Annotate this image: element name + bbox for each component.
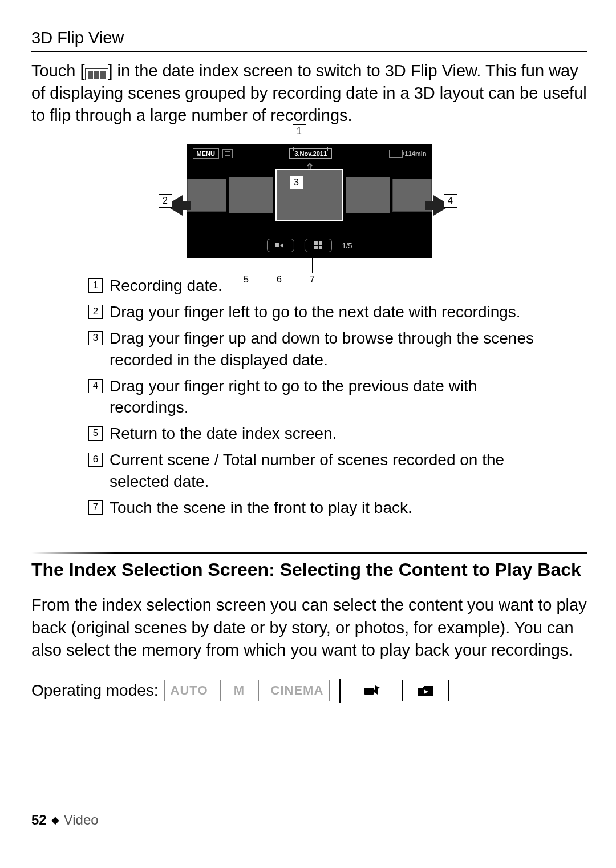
page-number: 52 <box>31 812 47 828</box>
menu-label: MENU <box>193 148 219 159</box>
gradient-rule <box>31 552 587 554</box>
chapter-name: Video <box>64 812 99 828</box>
section2-body: From the index selection screen you can … <box>31 594 587 661</box>
page-footer: 52 ◆ Video <box>31 812 99 828</box>
callout-1: 1 <box>293 124 306 138</box>
footer-diamond-icon: ◆ <box>51 814 59 826</box>
mode-m: M <box>220 680 259 701</box>
operating-modes-label: Operating modes: <box>31 681 159 700</box>
legend-text: Touch the scene in the front to play it … <box>110 497 412 519</box>
mode-separator <box>339 679 341 703</box>
thumb-far-left <box>187 179 227 212</box>
svg-rect-1 <box>314 241 317 245</box>
svg-rect-5 <box>364 688 374 695</box>
thumb-left <box>229 177 273 213</box>
svg-rect-2 <box>318 241 322 245</box>
legend-num: 7 <box>88 500 103 515</box>
legend-text: Drag your finger left to go to the next … <box>110 301 521 323</box>
rule <box>31 51 587 52</box>
return-index-button <box>266 239 294 252</box>
thumb-front <box>275 169 343 221</box>
svg-rect-0 <box>275 243 278 247</box>
intro-paragraph: Touch [] in the date index screen to swi… <box>31 60 587 127</box>
legend-text: Recording date. <box>110 275 222 297</box>
callout-6: 6 <box>273 273 286 286</box>
legend-text: Drag your finger right to go to the prev… <box>110 376 559 419</box>
grid-button <box>304 239 331 252</box>
scene-counter: 1/5 <box>342 241 352 250</box>
mode-playback-icon <box>402 680 449 701</box>
legend-num: 2 <box>88 305 103 319</box>
legend-num: 3 <box>88 331 103 345</box>
legend-num: 1 <box>88 278 103 293</box>
svg-rect-4 <box>318 246 322 249</box>
mode-camera-play-icon <box>350 680 396 701</box>
legend-text: Current scene / Total number of scenes r… <box>110 449 559 492</box>
legend-text: Return to the date index screen. <box>110 423 337 445</box>
legend-num: 6 <box>88 453 103 467</box>
svg-rect-3 <box>314 246 317 249</box>
mode-cinema: CINEMA <box>265 680 330 701</box>
battery-indicator: 114min <box>389 150 427 158</box>
legend: 1Recording date. 2Drag your finger left … <box>88 275 559 518</box>
legend-num: 4 <box>88 379 103 393</box>
callout-2: 2 <box>159 194 172 208</box>
callout-3: 3 <box>290 176 303 189</box>
memory-icon <box>222 149 233 158</box>
callout-4: 4 <box>444 194 457 208</box>
section2-heading: The Index Selection Screen: Selecting th… <box>31 559 587 580</box>
flipview-icon <box>85 68 108 80</box>
diagram: MENU 3.Nov.2011 114min ⇕ <box>31 144 587 258</box>
thumb-right <box>346 177 390 213</box>
legend-text: Drag your finger up and down to browse t… <box>110 328 559 371</box>
legend-num: 5 <box>88 426 103 441</box>
date-chip: 3.Nov.2011 <box>289 148 332 159</box>
mode-auto: AUTO <box>164 680 214 701</box>
camera-screen: MENU 3.Nov.2011 114min ⇕ <box>187 144 432 258</box>
operating-modes-row: Operating modes: AUTO M CINEMA <box>31 679 587 703</box>
callout-7: 7 <box>306 273 319 286</box>
callout-5: 5 <box>240 273 253 286</box>
section-heading: 3D Flip View <box>31 29 587 47</box>
